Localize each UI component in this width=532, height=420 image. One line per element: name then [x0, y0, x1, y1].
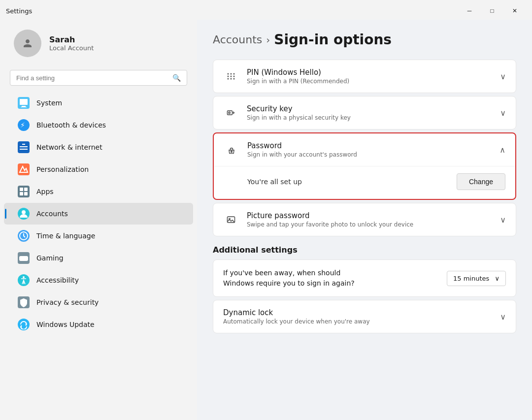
pin-title: PIN (Windows Hello): [247, 68, 349, 77]
search-box: 🔍: [10, 70, 187, 86]
gaming-icon: [18, 252, 30, 264]
pin-option-header[interactable]: PIN (Windows Hello) Sign in with a PIN (…: [213, 60, 516, 93]
password-title: Password: [247, 141, 357, 150]
svg-rect-1: [22, 106, 26, 107]
away-setting-value: 15 minutes: [453, 275, 489, 282]
security-key-subtitle: Sign in with a physical security key: [247, 114, 351, 121]
personalization-label: Personalization: [36, 165, 89, 173]
password-text: Password Sign in with your account's pas…: [247, 141, 357, 158]
close-button[interactable]: ✕: [503, 3, 526, 19]
settings-title: Settings: [6, 7, 32, 15]
password-icon: [224, 142, 239, 158]
system-icon: [18, 97, 30, 109]
svg-point-21: [228, 78, 229, 80]
breadcrumb-parent[interactable]: Accounts: [213, 33, 262, 46]
security-key-text: Security key Sign in with a physical sec…: [247, 104, 351, 121]
dynamic-lock-chevron-icon: ∨: [500, 312, 506, 322]
security-key-option-header[interactable]: Security key Sign in with a physical sec…: [213, 97, 516, 129]
breadcrumb: Accounts › Sign-in options: [213, 32, 516, 48]
time-label: Time & language: [36, 232, 95, 240]
pin-icon: [223, 68, 239, 84]
svg-point-15: [228, 73, 229, 75]
away-setting-card: If you've been away, when shouldWindows …: [213, 259, 516, 297]
dynamic-lock-text: Dynamic lock Automatically lock your dev…: [223, 308, 370, 325]
svg-point-8: [22, 210, 26, 214]
pin-chevron-icon: ∨: [500, 72, 506, 81]
svg-point-14: [23, 276, 25, 278]
titlebar: Settings ─ □ ✕: [0, 0, 532, 20]
svg-point-26: [231, 151, 233, 153]
search-container: 🔍: [0, 67, 197, 92]
svg-point-23: [233, 78, 235, 80]
system-label: System: [36, 99, 62, 107]
picture-password-chevron-icon: ∨: [500, 215, 506, 225]
password-option-header[interactable]: Password Sign in with your account's pas…: [214, 133, 515, 166]
minimize-button[interactable]: ─: [458, 3, 481, 19]
time-icon: [18, 230, 30, 242]
svg-rect-7: [24, 192, 28, 195]
sidebar-item-personalization[interactable]: Personalization: [4, 159, 193, 180]
app-body: Sarah Local Account 🔍 System ⚡: [0, 20, 532, 420]
picture-password-text: Picture password Swipe and tap your favo…: [247, 211, 413, 228]
picture-password-option-header[interactable]: Picture password Swipe and tap your favo…: [213, 203, 516, 236]
dynamic-lock-card: Dynamic lock Automatically lock your dev…: [213, 300, 516, 333]
bluetooth-icon: ⚡: [18, 119, 30, 131]
sidebar-item-privacy[interactable]: Privacy & security: [4, 291, 193, 313]
user-profile-section: Sarah Local Account: [0, 20, 197, 67]
sidebar-item-accessibility[interactable]: Accessibility: [4, 269, 193, 291]
svg-rect-2: [21, 107, 27, 107]
change-password-button[interactable]: Change: [457, 173, 505, 190]
network-label: Network & internet: [36, 143, 102, 151]
search-icon: 🔍: [172, 74, 181, 82]
password-expanded: You're all set up Change: [214, 166, 515, 199]
picture-password-title: Picture password: [247, 211, 413, 220]
sidebar-item-update[interactable]: Windows Update: [4, 314, 193, 335]
content-area: Accounts › Sign-in options PIN (Windows: [197, 20, 532, 420]
security-key-chevron-icon: ∨: [500, 108, 506, 118]
avatar: [14, 30, 41, 57]
svg-text:⚡: ⚡: [20, 121, 25, 129]
privacy-label: Privacy & security: [36, 298, 99, 306]
svg-rect-4: [20, 188, 23, 191]
security-key-option-left: Security key Sign in with a physical sec…: [223, 104, 351, 121]
dynamic-lock-row: Dynamic lock Automatically lock your dev…: [213, 300, 516, 333]
svg-rect-12: [21, 258, 24, 259]
maximize-button[interactable]: □: [481, 3, 503, 19]
svg-point-25: [229, 112, 230, 113]
sidebar-item-apps[interactable]: Apps: [4, 181, 193, 202]
svg-rect-6: [20, 192, 23, 195]
user-avatar-icon: [23, 38, 33, 48]
titlebar-left: Settings: [6, 7, 32, 15]
security-key-option-card: Security key Sign in with a physical sec…: [213, 96, 516, 129]
apps-label: Apps: [36, 188, 54, 195]
security-key-title: Security key: [247, 104, 351, 113]
sidebar-item-time[interactable]: Time & language: [4, 225, 193, 247]
sidebar-item-accounts[interactable]: Accounts: [4, 203, 193, 225]
sidebar-item-bluetooth[interactable]: ⚡ Bluetooth & devices: [4, 114, 193, 136]
svg-point-18: [228, 76, 229, 77]
svg-point-16: [231, 73, 232, 75]
user-name: Sarah: [49, 35, 94, 44]
update-label: Windows Update: [36, 321, 95, 328]
password-option-left: Password Sign in with your account's pas…: [224, 141, 357, 158]
sidebar: Sarah Local Account 🔍 System ⚡: [0, 20, 197, 420]
network-icon: [18, 141, 30, 153]
security-key-icon: [223, 105, 239, 121]
sidebar-item-system[interactable]: System: [4, 92, 193, 114]
titlebar-controls: ─ □ ✕: [458, 3, 526, 19]
search-input[interactable]: [16, 74, 168, 82]
away-setting-dropdown[interactable]: 15 minutes ∨: [447, 271, 506, 286]
password-subtitle: Sign in with your account's password: [247, 151, 357, 158]
dynamic-lock-subtitle: Automatically lock your device when you'…: [223, 318, 370, 325]
sidebar-item-network[interactable]: Network & internet: [4, 136, 193, 158]
picture-password-option-card: Picture password Swipe and tap your favo…: [213, 203, 516, 236]
svg-rect-0: [20, 99, 28, 105]
accessibility-label: Accessibility: [36, 276, 79, 284]
sidebar-item-gaming[interactable]: Gaming: [4, 247, 193, 269]
pin-option-left: PIN (Windows Hello) Sign in with a PIN (…: [223, 68, 349, 85]
dynamic-lock-title: Dynamic lock: [223, 308, 370, 317]
pin-option-text: PIN (Windows Hello) Sign in with a PIN (…: [247, 68, 349, 85]
picture-password-icon: [223, 212, 239, 227]
accounts-label: Accounts: [36, 210, 68, 218]
pin-option-card: PIN (Windows Hello) Sign in with a PIN (…: [213, 60, 516, 93]
